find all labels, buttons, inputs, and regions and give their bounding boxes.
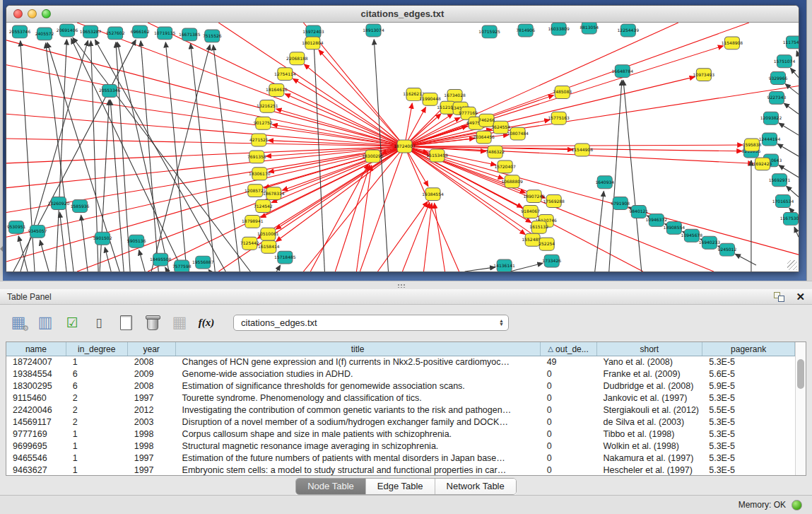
table-cell[interactable]: 1997: [128, 465, 176, 475]
citation-edge-black[interactable]: [105, 247, 111, 271]
graph-node-7577598[interactable]: 7577598: [172, 260, 192, 271]
graph-node-18495508[interactable]: 18495508: [150, 253, 172, 266]
graph-node-1692423[interactable]: 1692423: [753, 158, 772, 170]
graph-node-16671385[interactable]: 16671385: [179, 28, 201, 41]
graph-node-7125442[interactable]: 7125442: [240, 237, 259, 250]
new-table-icon[interactable]: [116, 313, 136, 332]
table-cell[interactable]: 22420046: [6, 404, 66, 416]
delete-column-icon[interactable]: ▦: [170, 313, 189, 332]
table-cell[interactable]: 0: [541, 368, 597, 380]
graph-node-15720407[interactable]: 15720407: [494, 160, 516, 173]
graph-node-15775163[interactable]: 15775163: [548, 112, 570, 124]
graph-node-7485083[interactable]: 7485083: [553, 86, 572, 98]
graph-node-14136141[interactable]: 14136141: [493, 259, 515, 271]
table-cell[interactable]: 1: [66, 356, 128, 368]
table-row[interactable]: 1938455462009Genome-wide association stu…: [6, 368, 795, 380]
table-cell[interactable]: 9463627: [6, 465, 66, 475]
network-graph-canvas[interactable]: 2055374624055722069140610653287152760269…: [6, 23, 799, 271]
graph-node-15692971[interactable]: 15692971: [769, 174, 791, 187]
graph-node-20553746[interactable]: 20553746: [9, 25, 31, 38]
graph-node-20260920[interactable]: 20260920: [48, 197, 70, 210]
table-cell[interactable]: 2: [66, 416, 128, 428]
column-header-short[interactable]: short: [597, 342, 703, 356]
graph-node-1615132[interactable]: 1615132: [529, 221, 548, 233]
citation-edge-black[interactable]: [151, 45, 210, 271]
citation-edge-red[interactable]: [303, 146, 404, 271]
column-header-title[interactable]: title: [176, 342, 541, 356]
citation-edge-black[interactable]: [40, 240, 49, 271]
graph-node-1595838[interactable]: 1595838: [743, 139, 762, 151]
float-panel-icon[interactable]: [774, 292, 784, 302]
table-cell[interactable]: 0: [541, 428, 597, 440]
table-cell[interactable]: Estimation of the future numbers of pati…: [176, 452, 541, 465]
citation-edge-black[interactable]: [465, 267, 495, 271]
table-cell[interactable]: 2009: [128, 368, 176, 380]
table-cell[interactable]: Embryonic stem cells: a model to study s…: [176, 465, 541, 475]
graph-node-9227343[interactable]: 9227343: [767, 91, 787, 104]
table-cell[interactable]: 1998: [128, 440, 176, 452]
table-cell[interactable]: Genome-wide association studies in ADHD.: [176, 368, 541, 380]
table-cell[interactable]: 2008: [128, 380, 176, 392]
function-builder-icon[interactable]: f(x): [196, 313, 216, 332]
graph-node-10715925[interactable]: 10715925: [478, 25, 500, 38]
graph-node-11675309[interactable]: 11675309: [780, 212, 799, 225]
citation-edge-black[interactable]: [71, 39, 184, 271]
graph-node-1585936[interactable]: 1585936: [71, 200, 90, 213]
table-cell[interactable]: Nakamura et al. (1997): [597, 452, 703, 465]
table-cell[interactable]: 9699695: [6, 440, 66, 452]
table-cell[interactable]: 5.5E-5: [702, 404, 795, 416]
graph-node-12444194[interactable]: 12444194: [759, 133, 781, 146]
citation-edge-black[interactable]: [785, 84, 799, 95]
table-cell[interactable]: Hescheler et al. (1997): [597, 465, 703, 475]
citation-edge-red[interactable]: [403, 203, 430, 271]
column-header-name[interactable]: name: [6, 342, 66, 356]
table-cell[interactable]: 19384554: [6, 368, 66, 380]
graph-node-1527602[interactable]: 1527602: [106, 27, 125, 40]
citation-edge-red[interactable]: [405, 23, 678, 146]
citation-edge-black[interactable]: [796, 51, 799, 57]
table-cell[interactable]: 1: [66, 428, 128, 440]
table-cell[interactable]: 9115460: [6, 392, 66, 404]
graph-node-20691406[interactable]: 20691406: [57, 24, 78, 37]
table-cell[interactable]: 1998: [128, 428, 176, 440]
table-cell[interactable]: 2008: [128, 356, 176, 368]
graph-node-15972403[interactable]: 15972403: [302, 25, 324, 38]
citation-edge-black[interactable]: [784, 103, 799, 114]
table-cell[interactable]: 49: [541, 356, 597, 368]
table-cell[interactable]: Jankovic et al. (1997): [597, 392, 703, 404]
table-cell[interactable]: 2: [66, 392, 128, 404]
citation-edge-red[interactable]: [377, 201, 428, 271]
graph-node-5901502[interactable]: 5901502: [93, 232, 112, 245]
table-cell[interactable]: 5.3E-5: [702, 356, 795, 368]
citation-edge-red[interactable]: [6, 146, 405, 163]
graph-node-10807484[interactable]: 10807484: [507, 127, 529, 140]
citation-edge-red[interactable]: [435, 203, 445, 271]
graph-node-20553346[interactable]: 20553346: [99, 85, 121, 98]
citation-edge-black[interactable]: [100, 100, 109, 271]
table-cell[interactable]: 9465546: [6, 452, 66, 465]
tab-network-table[interactable]: Network Table: [435, 479, 516, 494]
graph-node-2405572[interactable]: 2405572: [35, 28, 54, 40]
graph-node-6791908[interactable]: 6791908: [611, 197, 630, 210]
splitter-grip-icon[interactable]: [397, 284, 406, 288]
graph-node-7515526[interactable]: 7515526: [203, 30, 222, 42]
citation-edge-black[interactable]: [777, 144, 799, 156]
citation-edge-red[interactable]: [293, 78, 404, 146]
table-cell[interactable]: 1997: [128, 392, 176, 404]
select-rows-icon[interactable]: ☑: [62, 313, 82, 332]
table-cell[interactable]: 5.3E-5: [702, 465, 795, 475]
table-row[interactable]: 1872400712008Changes of HCN gene express…: [6, 356, 795, 368]
graph-node-9840121[interactable]: 9840121: [629, 206, 648, 218]
graph-node-6966162[interactable]: 6966162: [131, 25, 150, 38]
vertical-scrollbar[interactable]: [795, 342, 806, 475]
minimize-window-button[interactable]: [28, 9, 37, 18]
table-cell[interactable]: 5.3E-5: [702, 416, 795, 428]
graph-node-15153458[interactable]: 15153458: [426, 149, 448, 162]
table-cell[interactable]: Structural magnetic resonance image aver…: [176, 440, 541, 452]
citation-edge-red[interactable]: [310, 164, 368, 271]
graph-node-1640934[interactable]: 1640934: [595, 176, 614, 189]
graph-node-9530951[interactable]: 9530951: [7, 221, 26, 233]
graph-node-9345057[interactable]: 9345057: [28, 225, 47, 238]
table-cell[interactable]: Yano et al. (2008): [597, 356, 703, 368]
citation-edge-black[interactable]: [191, 44, 216, 271]
